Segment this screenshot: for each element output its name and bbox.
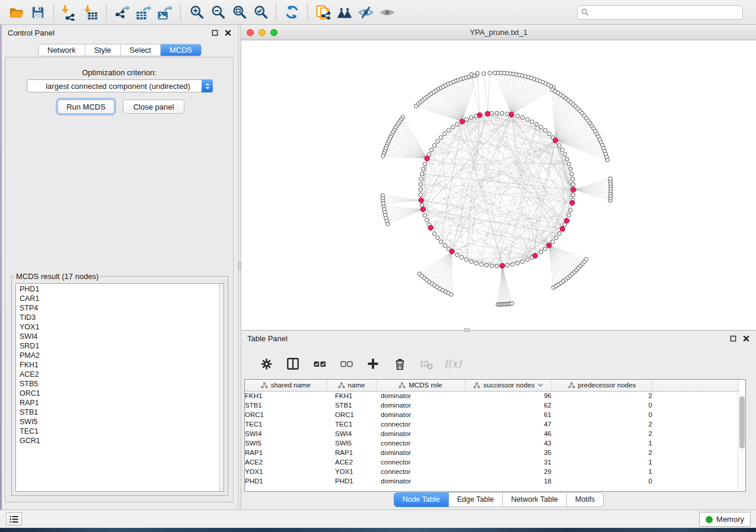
mcds-result-item[interactable]: STP4 [16,303,219,313]
column-header-successor-nodes[interactable]: successor nodes [465,380,551,391]
mcds-result-list[interactable]: PHD1CAR1STP4TID3YOX1SWI4SRD1PMA2FKH1ACE2… [15,283,224,492]
mcds-result-item[interactable]: SRD1 [16,341,219,351]
table-row[interactable]: FKH1FKH1dominator962 [245,391,739,400]
control-panel-titlebar: Control Panel [2,25,238,40]
tab-style[interactable]: Style [85,44,120,56]
table-row[interactable]: YOX1YOX1connector291 [245,467,739,476]
splitter-handle[interactable] [238,262,241,270]
delete-row-button[interactable] [392,356,407,371]
tab-network-table[interactable]: Network Table [503,492,567,507]
export-table-button[interactable] [133,2,154,23]
zoom-fit-button[interactable] [228,2,250,23]
mcds-result-item[interactable]: CAR1 [16,294,219,303]
table-row[interactable]: TEC1TEC1connector472 [245,419,739,429]
zoom-out-icon [210,4,226,20]
import-table-button[interactable] [80,2,101,23]
zoom-out-button[interactable] [207,2,228,23]
settings-gear-button[interactable] [259,356,274,371]
function-builder-button: f(x) [445,356,461,371]
network-canvas[interactable] [241,40,756,330]
table-row[interactable]: ORC1ORC1dominator610 [245,410,739,419]
optimization-criterion-select[interactable]: largest connected component (undirected) [27,79,213,92]
mcds-list-scrollbar[interactable] [219,284,224,491]
add-row-icon [366,357,379,370]
table-row[interactable]: RAP1RAP1dominator352 [245,448,739,457]
table-row[interactable]: PHD1PHD1dominator180 [245,476,739,486]
mcds-result-item[interactable]: GCR1 [16,436,219,446]
select-all-button[interactable] [312,356,327,371]
table-row[interactable]: SWI4SWI4dominator462 [245,429,739,438]
svg-text:f(x): f(x) [444,358,462,370]
desktop-wallpaper-strip [0,528,756,532]
optimization-criterion-label: Optimization criterion: [5,68,233,77]
export-image-button[interactable] [154,2,176,23]
mcds-result-item[interactable]: ORC1 [16,389,219,398]
table-scrollbar[interactable] [738,392,745,491]
attribute-tree-icon [473,382,480,389]
table-panel-title: Table Panel [247,334,724,343]
attribute-tree-icon [568,382,575,389]
control-panel: Control Panel NetworkStyleSelectMCDS Opt… [2,25,238,509]
mcds-result-item[interactable]: STB5 [16,379,219,389]
optimization-criterion-value: largest connected component (undirected) [27,82,202,91]
mcds-result-item[interactable]: PMA2 [16,351,219,360]
column-header-shared-name[interactable]: shared name [245,380,327,391]
open-file-button[interactable] [6,2,27,23]
zoom-selected-button[interactable] [250,2,271,23]
table-panel: Table Panel f(x) shared namenameMCDS rol… [241,330,756,509]
show-columns-button[interactable] [285,356,301,371]
tab-network[interactable]: Network [39,44,85,56]
tab-edge-table[interactable]: Edge Table [449,492,503,507]
column-header-predecessor-nodes[interactable]: predecessor nodes [551,380,652,391]
mcds-result-item[interactable]: STB1 [16,408,219,417]
float-icon[interactable] [729,334,737,342]
delete-table-icon [419,357,433,371]
mcds-result-title: MCDS result (17 nodes) [14,272,100,281]
delete-table-button [419,356,434,371]
table-panel-titlebar: Table Panel [241,331,756,346]
scrollbar-thumb[interactable] [739,396,745,448]
refresh-button[interactable] [281,2,302,23]
table-row[interactable]: SWI5SWI5connector431 [245,438,739,448]
run-mcds-button[interactable]: Run MCDS [58,100,114,114]
column-header-name[interactable]: name [327,380,376,391]
mcds-result-item[interactable]: ACE2 [16,370,219,379]
zoom-in-button[interactable] [186,2,207,23]
hide-graphics-button[interactable] [355,2,377,23]
network-overview-button[interactable] [334,2,355,23]
import-network-button[interactable] [59,2,80,23]
table-row[interactable]: ACE2ACE2connector311 [245,457,739,467]
mcds-result-item[interactable]: SWI4 [16,332,219,341]
tab-node-table[interactable]: Node Table [394,492,449,507]
tab-motifs[interactable]: Motifs [567,492,604,507]
task-history-button[interactable] [6,512,22,525]
clone-network-button[interactable] [312,2,334,23]
mcds-result-item[interactable]: FKH1 [16,360,219,370]
deselect-all-button[interactable] [339,356,354,371]
close-icon[interactable] [224,28,232,37]
zoom-fit-icon [231,4,247,20]
export-table-icon [135,4,152,21]
mcds-result-item[interactable]: PHD1 [16,284,219,294]
export-network-button[interactable] [111,2,133,23]
save-session-button[interactable] [27,2,49,23]
close-icon[interactable] [742,334,750,342]
import-table-icon [82,4,99,21]
table-row[interactable]: STB1STB1dominator620 [245,400,739,410]
show-graphics-button[interactable] [377,2,398,23]
column-header-MCDS-role[interactable]: MCDS role [376,380,465,391]
mcds-result-item[interactable]: YOX1 [16,322,219,332]
close-panel-button[interactable]: Close panel [123,100,184,114]
memory-button[interactable]: Memory [699,512,751,527]
mcds-result-item[interactable]: TID3 [16,313,219,322]
add-row-button[interactable] [365,356,381,371]
mcds-result-item[interactable]: SWI5 [16,417,219,427]
search-input[interactable] [589,7,742,18]
float-icon[interactable] [210,28,219,37]
mcds-result-item[interactable]: TEC1 [16,427,219,436]
deselect-all-icon [340,357,353,371]
mcds-result-item[interactable]: RAP1 [16,398,219,408]
tab-mcds[interactable]: MCDS [160,44,201,56]
horizontal-splitter-handle[interactable] [464,328,470,332]
tab-select[interactable]: Select [120,44,160,56]
